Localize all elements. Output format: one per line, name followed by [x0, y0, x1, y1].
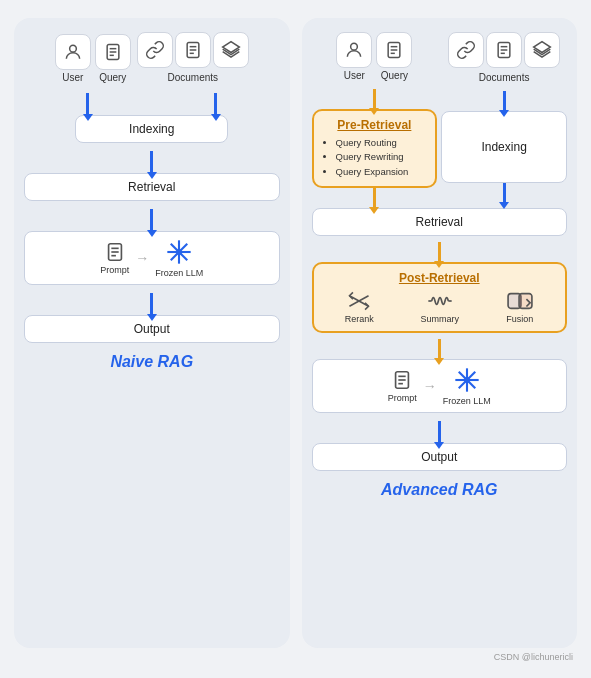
adv-post-retrieval-title: Post-Retrieval [322, 271, 558, 285]
naive-arrow3 [150, 151, 153, 173]
adv-summary-group: Summary [421, 290, 460, 324]
adv-query-icon-box [376, 32, 412, 68]
naive-query-group: Query [95, 34, 131, 83]
naive-query-icon-box [95, 34, 131, 70]
naive-arrow4 [150, 209, 153, 231]
adv-docs-icons-row [448, 32, 560, 68]
adv-pre-retrieval-box: Pre-Retrieval Query Routing Query Rewrit… [312, 109, 438, 188]
naive-docs-icon3 [213, 32, 249, 68]
adv-prompt-group: Prompt [388, 369, 417, 403]
svg-point-0 [69, 45, 76, 52]
naive-icons-row: User Query [24, 32, 280, 83]
adv-pre-item-3: Query Expansion [336, 165, 428, 179]
naive-user-label: User [62, 72, 83, 83]
advanced-rag-title: Advanced RAG [381, 481, 497, 499]
naive-docs-group: Documents [137, 32, 249, 83]
naive-left-arrow-col [86, 93, 89, 115]
adv-fusion-group: Fusion [506, 290, 534, 324]
adv-top-row: User Query [312, 32, 568, 208]
naive-center-arrow-col [24, 151, 280, 173]
naive-frozen-llm-group: Frozen LLM [155, 238, 203, 278]
adv-user-label: User [344, 70, 365, 81]
adv-post-retrieval-icons: Rerank Summary [322, 290, 558, 324]
adv-pre-item-2: Query Rewriting [336, 150, 428, 164]
naive-arrow2 [214, 93, 217, 115]
adv-orange-arrow2 [373, 188, 376, 208]
adv-blue-arrow2 [503, 183, 506, 203]
naive-docs-icon1 [137, 32, 173, 68]
naive-arrow-row3 [24, 209, 280, 231]
adv-pre-item-1: Query Routing [336, 136, 428, 150]
diagrams-row: User Query [14, 18, 577, 648]
naive-rag-title: Naive RAG [110, 353, 193, 371]
adv-left-col: User Query [312, 32, 438, 208]
adv-rerank-group: Rerank [345, 290, 374, 324]
naive-user-group: User [55, 34, 91, 83]
naive-indexing-box: Indexing [75, 115, 228, 143]
adv-docs-icon1 [448, 32, 484, 68]
naive-arrow-row2 [24, 151, 280, 173]
adv-retrieval-box: Retrieval [312, 208, 568, 236]
adv-orange-arrow1 [373, 89, 376, 109]
naive-prompt-group: Prompt [100, 241, 129, 275]
adv-indexing-box: Indexing [441, 111, 567, 183]
adv-rerank-label: Rerank [345, 314, 374, 324]
naive-arrow1 [86, 93, 89, 115]
adv-post-retrieval-box: Post-Retrieval Rerank [312, 262, 568, 333]
adv-docs-group: Documents [448, 32, 560, 83]
adv-docs-icon2 [486, 32, 522, 68]
naive-rag-diagram: User Query [14, 18, 290, 648]
svg-point-18 [176, 249, 182, 255]
adv-docs-icon3 [524, 32, 560, 68]
adv-right-col: Documents Indexing [441, 32, 567, 203]
adv-user-query-group: User Query [336, 32, 412, 81]
adv-llm-section: Prompt → Frozen LLM [312, 359, 568, 413]
adv-summary-label: Summary [421, 314, 460, 324]
adv-arrow-right-icon: → [423, 378, 437, 394]
watermark: CSDN @lichunericli [14, 652, 577, 662]
svg-rect-32 [519, 293, 532, 308]
adv-frozen-llm-label: Frozen LLM [443, 396, 491, 406]
adv-query-group: Query [376, 32, 412, 81]
adv-query-label: Query [381, 70, 408, 81]
adv-blue-arrow1 [503, 91, 506, 111]
naive-arrow-row1 [24, 93, 280, 115]
adv-fusion-label: Fusion [506, 314, 533, 324]
naive-arrow-right-icon: → [135, 250, 149, 266]
naive-user-icon-box [55, 34, 91, 70]
naive-docs-icons-row [137, 32, 249, 68]
naive-llm-section: Prompt → Frozen LLM [24, 231, 280, 285]
naive-query-label: Query [99, 72, 126, 83]
svg-point-41 [464, 377, 470, 383]
adv-frozen-llm-group: Frozen LLM [443, 366, 491, 406]
naive-user-query-group: User Query [55, 34, 131, 83]
adv-blue-arrow5 [438, 421, 441, 443]
main-container: User Query [0, 0, 591, 678]
adv-docs-label: Documents [479, 72, 530, 83]
naive-docs-icon2 [175, 32, 211, 68]
naive-right-arrow-col [214, 93, 217, 115]
adv-user-icon-box [336, 32, 372, 68]
adv-pre-retrieval-list: Query Routing Query Rewriting Query Expa… [322, 136, 428, 179]
naive-arrow-row4 [24, 293, 280, 315]
advanced-rag-diagram: User Query [302, 18, 578, 648]
svg-point-19 [351, 43, 358, 50]
adv-orange-arrow4 [438, 339, 441, 359]
adv-pre-retrieval-title: Pre-Retrieval [322, 118, 428, 132]
naive-prompt-label: Prompt [100, 265, 129, 275]
naive-arrow5 [150, 293, 153, 315]
naive-docs-label: Documents [167, 72, 218, 83]
adv-user-group: User [336, 32, 372, 81]
naive-frozen-llm-label: Frozen LLM [155, 268, 203, 278]
adv-prompt-label: Prompt [388, 393, 417, 403]
naive-spacer1 [24, 83, 280, 93]
adv-orange-arrow3 [438, 242, 441, 262]
